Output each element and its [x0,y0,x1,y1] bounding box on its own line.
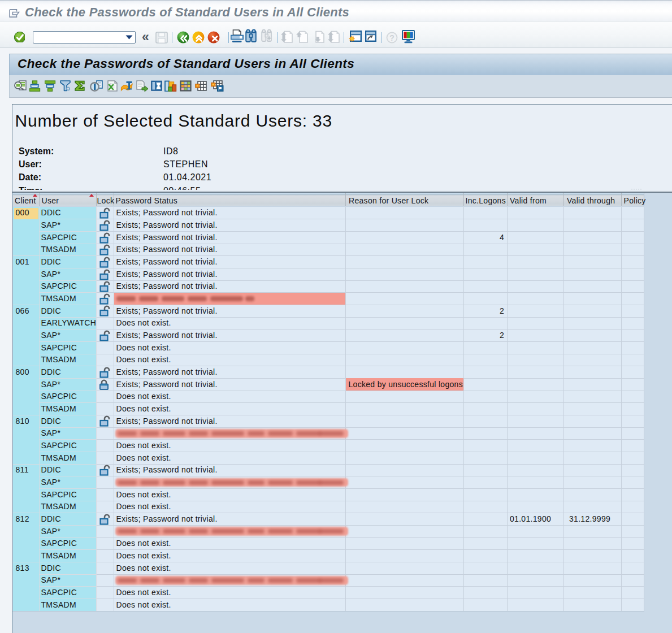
svg-text:?: ? [389,33,394,42]
